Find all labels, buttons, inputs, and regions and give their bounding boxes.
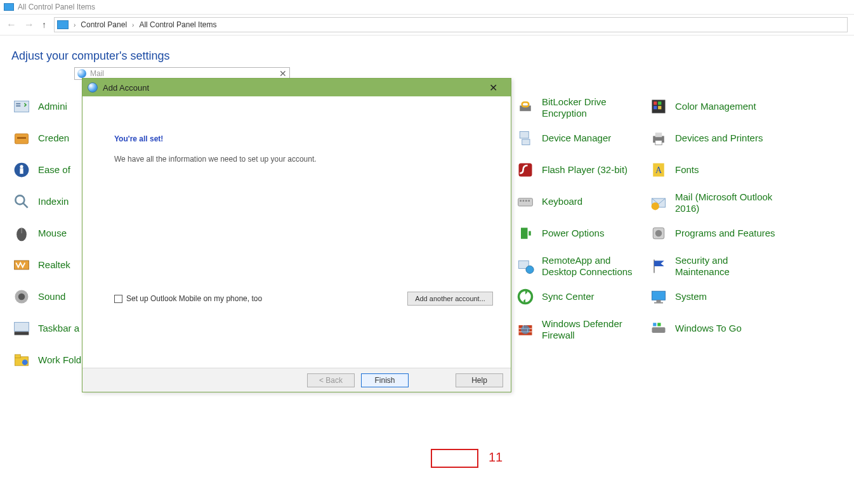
svg-rect-18 (15, 354, 21, 358)
cp-item-device-manager[interactable]: Device Manager (515, 128, 611, 148)
cp-item-label: Security and Maintenance (675, 255, 775, 278)
cp-item-label: System (675, 291, 707, 302)
cp-item-programs-features[interactable]: Programs and Features (648, 223, 775, 243)
close-icon[interactable]: ✕ (480, 82, 506, 94)
cp-item-bitlocker[interactable]: BitLocker Drive Encryption (515, 96, 642, 119)
cp-item-label: Sound (38, 291, 65, 302)
cp-item-admin-tools[interactable]: Admini (11, 96, 67, 117)
cp-item-power-options[interactable]: Power Options (515, 223, 604, 243)
cp-item-sync-center[interactable]: Sync Center (515, 287, 595, 307)
nav-bar: ← → ↑ › Control Panel › All Control Pane… (0, 14, 854, 36)
cp-item-work-folders[interactable]: Work Fold (11, 350, 81, 370)
add-account-dialog: Add Account ✕ You're all set! We have al… (82, 78, 511, 392)
annotation-number: 11 (489, 450, 503, 465)
svg-point-6 (20, 165, 23, 168)
cp-item-system[interactable]: System (648, 287, 707, 307)
svg-rect-31 (529, 231, 531, 236)
svg-rect-59 (652, 327, 666, 333)
cp-item-keyboard[interactable]: Keyboard (515, 191, 582, 212)
cp-item-realtek[interactable]: Realtek (11, 255, 70, 275)
color-icon (648, 96, 669, 117)
svg-rect-1 (16, 103, 20, 105)
sync-icon (515, 287, 535, 307)
cp-item-label: Keyboard (542, 196, 582, 207)
svg-rect-44 (654, 106, 657, 109)
breadcrumb-leaf[interactable]: All Control Panel Items (139, 20, 216, 29)
cp-item-indexing[interactable]: Indexin (11, 191, 69, 212)
cp-item-taskbar[interactable]: Taskbar a (11, 318, 79, 339)
cp-item-label: RemoteApp and Desktop Connections (542, 255, 642, 278)
cp-item-label: BitLocker Drive Encryption (542, 96, 642, 119)
cp-item-mail-outlook[interactable]: Mail (Microsoft Outlook 2016) (648, 191, 775, 214)
confirm-heading: You're all set! (114, 134, 163, 143)
cp-item-label: Realtek (38, 259, 70, 271)
svg-rect-27 (523, 200, 525, 202)
svg-rect-30 (521, 228, 528, 239)
cp-item-label: Mail (Microsoft Outlook 2016) (675, 191, 775, 214)
cp-item-windows-to-go[interactable]: Windows To Go (648, 318, 742, 339)
add-another-account-button[interactable]: Add another account... (407, 292, 493, 306)
breadcrumb-root[interactable]: Control Panel (81, 20, 127, 29)
cp-item-label: Programs and Features (675, 228, 775, 239)
help-button[interactable]: Help (456, 373, 503, 387)
cp-item-fonts[interactable]: A Fonts (648, 160, 699, 180)
cp-item-credential-manager[interactable]: Creden (11, 128, 69, 148)
svg-point-40 (521, 325, 530, 334)
outlook-mobile-checkbox-row[interactable]: Set up Outlook Mobile on my phone, too (114, 294, 262, 303)
svg-line-9 (23, 204, 28, 208)
address-icon (57, 20, 69, 29)
cp-item-color-management[interactable]: Color Management (648, 96, 756, 117)
dialog-title: Add Account (103, 83, 149, 93)
remoteapp-icon (515, 256, 535, 276)
flag-icon (648, 256, 669, 276)
cp-item-label: Indexin (38, 196, 69, 207)
cp-item-security-maintenance[interactable]: Security and Maintenance (648, 255, 775, 278)
close-icon[interactable]: ✕ (279, 68, 287, 79)
cp-item-label: Ease of (38, 164, 70, 176)
up-icon[interactable]: ↑ (42, 20, 46, 30)
taskbar-icon (11, 318, 32, 339)
cp-item-flash-player[interactable]: Flash Player (32-bit) (515, 160, 627, 180)
address-bar[interactable]: › Control Panel › All Control Panel Item… (54, 17, 848, 32)
work-folders-icon (11, 350, 32, 370)
back-button: < Back (307, 373, 355, 387)
system-icon (648, 287, 669, 307)
dialog-titlebar[interactable]: Add Account ✕ (82, 79, 511, 96)
svg-rect-60 (653, 323, 656, 326)
cp-item-devices-printers[interactable]: Devices and Printers (648, 128, 763, 148)
cp-item-remoteapp[interactable]: RemoteApp and Desktop Connections (515, 255, 642, 278)
svg-rect-47 (655, 132, 662, 137)
svg-rect-45 (658, 106, 661, 109)
window-titlebar: All Control Panel Items (0, 0, 854, 14)
printer-icon (648, 128, 669, 148)
svg-point-52 (652, 202, 659, 210)
cp-item-ease-of-access[interactable]: Ease of (11, 160, 70, 180)
control-panel-icon (4, 3, 14, 11)
back-icon[interactable]: ← (6, 20, 16, 30)
svg-rect-61 (657, 323, 660, 326)
cp-item-sound[interactable]: Sound (11, 287, 65, 307)
svg-rect-29 (528, 200, 530, 202)
cp-item-label: Creden (38, 132, 69, 144)
dialog-body: You're all set! We have all the informat… (82, 96, 511, 368)
device-manager-icon (515, 128, 535, 148)
svg-rect-42 (654, 101, 657, 105)
mail-icon (648, 193, 669, 213)
svg-point-54 (655, 230, 662, 237)
dialog-icon (88, 82, 98, 93)
finish-button[interactable]: Finish (361, 373, 409, 387)
cp-item-label: Color Management (675, 101, 756, 112)
svg-rect-2 (16, 105, 20, 107)
cp-item-mouse[interactable]: Mouse (11, 223, 67, 243)
svg-point-19 (22, 359, 28, 365)
svg-text:A: A (655, 165, 662, 175)
mail-window-title: Mail (90, 69, 104, 78)
cp-item-label: Sync Center (542, 291, 595, 302)
svg-rect-57 (657, 300, 661, 302)
forward-icon[interactable]: → (24, 20, 34, 30)
window-title: All Control Panel Items (18, 3, 95, 11)
cp-item-firewall[interactable]: Windows Defender Firewall (515, 318, 642, 341)
flash-icon (515, 160, 535, 180)
checkbox-icon[interactable] (114, 295, 122, 303)
svg-rect-7 (20, 168, 23, 174)
